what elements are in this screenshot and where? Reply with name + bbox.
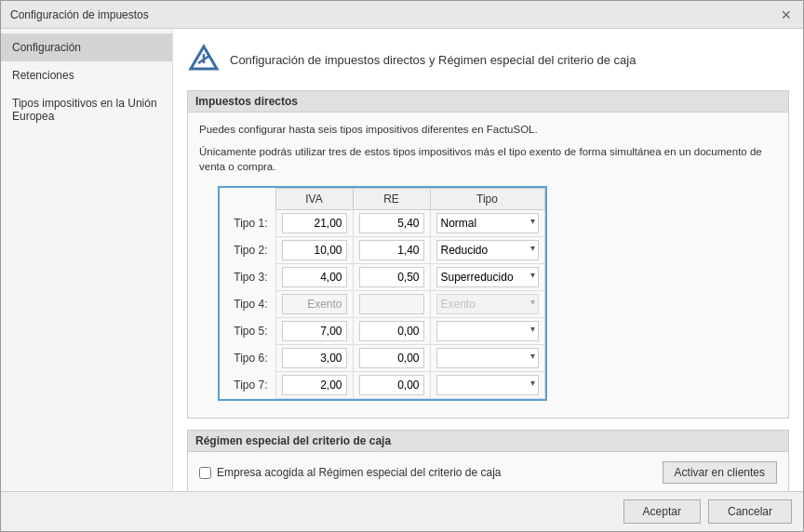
cancelar-button[interactable]: Cancelar (708, 499, 792, 524)
panel-header: Configuración de impuestos directos y Ré… (187, 43, 789, 76)
re-input-7[interactable] (359, 375, 424, 395)
tipo-select-wrapper-7: Normal Reducido Superreducido Exento (436, 375, 539, 395)
recc-checkbox-row: Empresa acogida al Régimen especial del … (199, 461, 777, 484)
iva-input-2[interactable] (282, 240, 347, 260)
main-panel: Configuración de impuestos directos y Ré… (173, 29, 803, 491)
table-row: Tipo 1: Normal Reducido Sup (220, 210, 544, 237)
recc-body: Empresa acogida al Régimen especial del … (188, 452, 788, 491)
tipo-select-7[interactable]: Normal Reducido Superreducido Exento (436, 375, 539, 395)
sidebar-item-configuracion[interactable]: Configuración (1, 33, 172, 61)
re-input-4[interactable] (359, 294, 424, 314)
row-label-6: Tipo 6: (220, 345, 275, 372)
content-area: Configuración Retenciones Tipos impositi… (1, 29, 803, 491)
activar-clientes-button[interactable]: Activar en clientes (663, 461, 777, 484)
tipo-select-5[interactable]: Normal Reducido Superreducido Exento (436, 321, 539, 341)
window-title: Configuración de impuestos (10, 8, 149, 21)
title-bar: Configuración de impuestos ✕ (1, 1, 803, 29)
desc1: Puedes configurar hasta seis tipos impos… (199, 122, 777, 137)
row-label-3: Tipo 3: (220, 264, 275, 291)
iva-input-5[interactable] (282, 321, 347, 341)
tax-table: IVA RE Tipo Tipo 1: (220, 188, 545, 399)
sidebar-item-tipos-ue[interactable]: Tipos impositivos en la Unión Europea (1, 89, 172, 130)
iva-input-1[interactable] (282, 213, 347, 233)
tipo-select-wrapper-1: Normal Reducido Superreducido Exento (436, 213, 539, 233)
close-button[interactable]: ✕ (779, 7, 794, 22)
app-logo-icon (187, 43, 221, 76)
col-header-tipo: Tipo (430, 189, 544, 210)
tipo-select-wrapper-6: Normal Reducido Superreducido Exento (436, 348, 539, 368)
row-label-5: Tipo 5: (220, 318, 275, 345)
aceptar-button[interactable]: Aceptar (623, 499, 701, 524)
impuestos-directos-section: Impuestos directos Puedes configurar has… (187, 90, 789, 419)
row-label-2: Tipo 2: (220, 237, 275, 264)
iva-input-4[interactable] (282, 294, 347, 314)
recc-checkbox-label[interactable]: Empresa acogida al Régimen especial del … (199, 466, 502, 479)
tipo-select-6[interactable]: Normal Reducido Superreducido Exento (436, 348, 539, 368)
desc2: Únicamente podrás utilizar tres de estos… (199, 144, 777, 174)
col-header-re: RE (353, 189, 430, 210)
recc-section: Régimen especial del criterio de caja Em… (187, 430, 789, 491)
col-header-iva: IVA (275, 189, 353, 210)
tipo-select-wrapper-4: Exento (436, 294, 539, 314)
tipo-select-wrapper-2: Normal Reducido Superreducido Exento (436, 240, 539, 260)
table-row: Tipo 7: Normal Reducido (220, 372, 544, 399)
tipo-select-3[interactable]: Normal Reducido Superreducido Exento (436, 267, 539, 287)
table-row: Tipo 5: Normal Reducido (220, 318, 544, 345)
table-row: Tipo 3: Normal Reducido Sup (220, 264, 544, 291)
iva-input-7[interactable] (282, 375, 347, 395)
impuestos-directos-body: Puedes configurar hasta seis tipos impos… (188, 113, 788, 418)
table-row: Tipo 4: Exento (220, 291, 544, 318)
re-input-5[interactable] (359, 321, 424, 341)
tipo-select-4[interactable]: Exento (436, 294, 539, 314)
tipo-select-wrapper-5: Normal Reducido Superreducido Exento (436, 321, 539, 341)
footer: Aceptar Cancelar (1, 491, 803, 531)
row-label-4: Tipo 4: (220, 291, 275, 318)
re-input-2[interactable] (359, 240, 424, 260)
recc-section-header: Régimen especial del criterio de caja (188, 431, 788, 452)
panel-title: Configuración de impuestos directos y Ré… (230, 53, 636, 67)
tipo-select-1[interactable]: Normal Reducido Superreducido Exento (436, 213, 539, 233)
table-row: Tipo 6: Normal Reducido (220, 345, 544, 372)
tax-table-container: IVA RE Tipo Tipo 1: (218, 186, 547, 401)
main-window: Configuración de impuestos ✕ Configuraci… (0, 0, 804, 532)
row-label-1: Tipo 1: (220, 210, 275, 237)
tipo-select-wrapper-3: Normal Reducido Superreducido Exento (436, 267, 539, 287)
recc-checkbox[interactable] (199, 467, 211, 479)
re-input-1[interactable] (359, 213, 424, 233)
impuestos-directos-header: Impuestos directos (188, 91, 788, 113)
re-input-3[interactable] (359, 267, 424, 287)
sidebar-item-retenciones[interactable]: Retenciones (1, 61, 172, 89)
iva-input-3[interactable] (282, 267, 347, 287)
table-row: Tipo 2: Normal Reducido Sup (220, 237, 544, 264)
sidebar: Configuración Retenciones Tipos impositi… (1, 29, 173, 491)
row-label-7: Tipo 7: (220, 372, 275, 399)
iva-input-6[interactable] (282, 348, 347, 368)
tipo-select-2[interactable]: Normal Reducido Superreducido Exento (436, 240, 539, 260)
re-input-6[interactable] (359, 348, 424, 368)
